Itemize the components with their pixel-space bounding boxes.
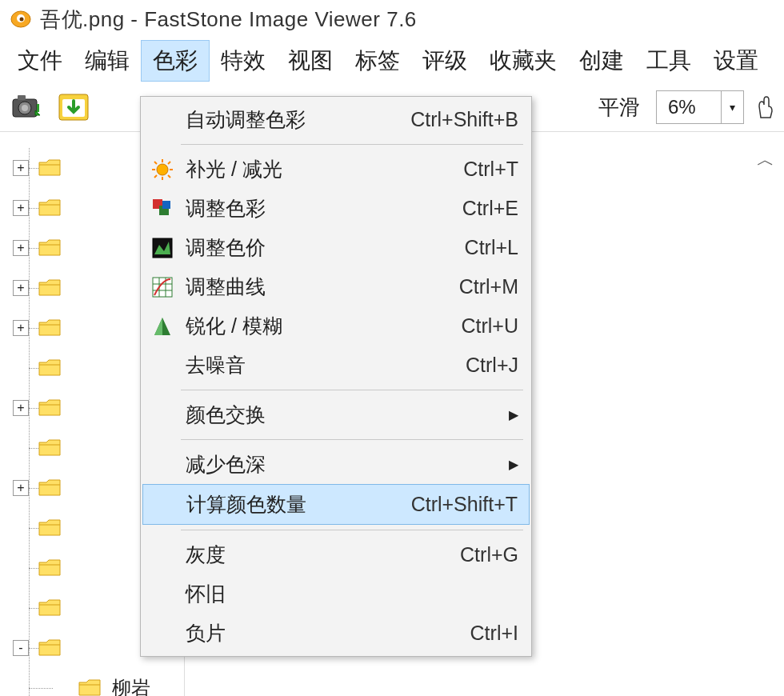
expand-icon[interactable]: + bbox=[13, 480, 29, 496]
title-bar: 吾优.png - FastStone Image Viewer 7.6 bbox=[0, 0, 784, 38]
menu-item[interactable]: 怀旧 bbox=[142, 574, 530, 614]
menu-item-label: 补光 / 减光 bbox=[186, 156, 282, 182]
menu-item-2[interactable]: 色彩 bbox=[141, 40, 210, 82]
folder-icon bbox=[38, 239, 61, 257]
title-app: FastStone Image Viewer 7.6 bbox=[144, 7, 417, 31]
menu-item[interactable]: 去噪音Ctrl+J bbox=[142, 346, 530, 385]
menu-bar: 文件编辑色彩特效视图标签评级收藏夹创建工具设置 bbox=[0, 38, 784, 83]
menu-item-shortcut: Ctrl+I bbox=[470, 622, 518, 645]
zoom-value[interactable]: 6% bbox=[657, 91, 721, 123]
folder-icon bbox=[38, 479, 61, 497]
folder-icon bbox=[38, 439, 61, 457]
menu-item-shortcut: Ctrl+T bbox=[463, 158, 518, 181]
tree-spacer bbox=[13, 440, 29, 456]
curves-icon bbox=[150, 275, 174, 299]
zoom-dropdown-button[interactable]: ▾ bbox=[721, 91, 743, 123]
menu-item-label: 去噪音 bbox=[186, 352, 246, 378]
menu-item-7[interactable]: 收藏夹 bbox=[478, 41, 568, 81]
window-title: 吾优.png - FastStone Image Viewer 7.6 bbox=[40, 6, 417, 34]
expand-icon[interactable]: + bbox=[13, 320, 29, 336]
svg-point-10 bbox=[157, 164, 168, 175]
menu-item[interactable]: 调整色彩Ctrl+E bbox=[142, 189, 530, 228]
sharpen-icon bbox=[150, 314, 174, 338]
folder-icon bbox=[38, 159, 61, 177]
folder-icon bbox=[78, 679, 101, 696]
tree-spacer bbox=[13, 600, 29, 616]
tree-spacer bbox=[13, 560, 29, 576]
menu-item-label: 灰度 bbox=[186, 542, 226, 568]
menu-icon-spacer bbox=[150, 453, 174, 477]
menu-item[interactable]: 灰度Ctrl+G bbox=[142, 535, 530, 574]
menu-icon-spacer bbox=[150, 403, 174, 427]
menu-icon-spacer bbox=[150, 543, 174, 567]
menu-item-9[interactable]: 工具 bbox=[635, 41, 702, 81]
folder-icon bbox=[38, 599, 61, 617]
menu-separator bbox=[181, 439, 523, 440]
folder-icon bbox=[38, 559, 61, 577]
menu-item-shortcut: Ctrl+J bbox=[466, 354, 518, 377]
download-folder-button[interactable] bbox=[56, 90, 91, 125]
menu-item-shortcut: Ctrl+L bbox=[465, 236, 518, 259]
menu-item[interactable]: 负片Ctrl+I bbox=[142, 614, 530, 653]
menu-separator bbox=[181, 390, 523, 390]
menu-item[interactable]: 调整曲线Ctrl+M bbox=[142, 267, 530, 306]
menu-item-label: 计算颜色数量 bbox=[186, 491, 306, 518]
camera-capture-button[interactable] bbox=[10, 90, 45, 125]
menu-item-6[interactable]: 评级 bbox=[411, 41, 478, 81]
expand-icon[interactable]: + bbox=[13, 280, 29, 296]
menu-item-label: 锐化 / 模糊 bbox=[186, 313, 282, 339]
svg-rect-7 bbox=[37, 104, 39, 112]
tree-spacer bbox=[13, 520, 29, 536]
tree-spacer bbox=[53, 680, 69, 696]
submenu-arrow-icon: ▶ bbox=[509, 407, 518, 422]
menu-icon-spacer bbox=[150, 354, 174, 378]
menu-item[interactable]: 自动调整色彩Ctrl+Shift+B bbox=[142, 100, 530, 139]
menu-item-3[interactable]: 特效 bbox=[210, 41, 277, 81]
zoom-combobox[interactable]: 6% ▾ bbox=[656, 90, 744, 124]
expand-icon[interactable]: + bbox=[13, 400, 29, 416]
expand-icon[interactable]: + bbox=[13, 200, 29, 216]
menu-item-8[interactable]: 创建 bbox=[568, 41, 635, 81]
tree-node-label: 柳岩 bbox=[112, 675, 150, 696]
sun-icon bbox=[150, 158, 174, 182]
menu-item-shortcut: Ctrl+M bbox=[459, 275, 518, 298]
svg-rect-4 bbox=[18, 95, 26, 100]
menu-item[interactable]: 锐化 / 模糊Ctrl+U bbox=[142, 306, 530, 346]
expand-icon[interactable]: + bbox=[13, 240, 29, 256]
menu-separator bbox=[181, 144, 523, 145]
menu-item-shortcut: Ctrl+Shift+B bbox=[410, 108, 518, 131]
menu-item-label: 颜色交换 bbox=[186, 402, 266, 428]
svg-line-15 bbox=[154, 162, 157, 164]
menu-item-shortcut: Ctrl+Shift+T bbox=[411, 493, 518, 516]
folder-icon bbox=[38, 199, 61, 217]
menu-item[interactable]: 调整色价Ctrl+L bbox=[142, 228, 530, 267]
menu-item-shortcut: Ctrl+E bbox=[462, 197, 518, 220]
menu-item-1[interactable]: 编辑 bbox=[74, 41, 141, 81]
hand-tool-icon[interactable] bbox=[755, 90, 774, 125]
collapse-icon[interactable]: - bbox=[13, 640, 29, 656]
scroll-up-icon[interactable]: ︿ bbox=[757, 148, 774, 172]
menu-item[interactable]: 计算颜色数量Ctrl+Shift+T bbox=[142, 484, 530, 525]
folder-icon bbox=[38, 319, 61, 337]
folder-icon bbox=[38, 279, 61, 297]
menu-separator bbox=[181, 530, 523, 530]
menu-item[interactable]: 减少色深▶ bbox=[142, 445, 530, 484]
svg-line-16 bbox=[168, 175, 170, 178]
folder-icon bbox=[38, 399, 61, 417]
menu-item-4[interactable]: 视图 bbox=[277, 41, 344, 81]
menu-item-shortcut: Ctrl+G bbox=[460, 543, 518, 566]
menu-item-0[interactable]: 文件 bbox=[6, 41, 74, 81]
menu-item-label: 调整曲线 bbox=[186, 274, 266, 300]
menu-item-10[interactable]: 设置 bbox=[702, 41, 770, 81]
submenu-arrow-icon: ▶ bbox=[509, 457, 518, 472]
title-sep: - bbox=[125, 7, 145, 31]
menu-item[interactable]: 补光 / 减光Ctrl+T bbox=[142, 150, 530, 189]
expand-icon[interactable]: + bbox=[13, 160, 29, 176]
tree-child-node[interactable]: 柳岩 bbox=[21, 668, 184, 696]
app-icon bbox=[10, 8, 32, 30]
menu-item-label: 自动调整色彩 bbox=[186, 106, 306, 133]
menu-item[interactable]: 颜色交换▶ bbox=[142, 395, 530, 434]
svg-rect-21 bbox=[162, 201, 170, 209]
folder-icon bbox=[38, 639, 61, 657]
menu-item-5[interactable]: 标签 bbox=[344, 41, 411, 81]
